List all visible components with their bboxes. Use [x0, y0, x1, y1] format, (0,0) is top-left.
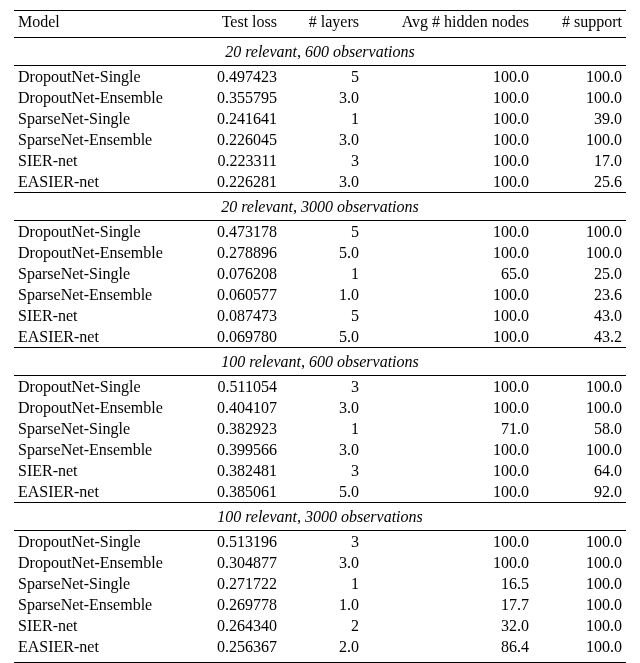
cell-layers: 2: [281, 615, 363, 636]
cell-loss: 0.404107: [191, 397, 281, 418]
cell-model: SparseNet-Ensemble: [14, 594, 191, 615]
table-row: DropoutNet-Single0.4974235100.0100.0: [14, 66, 626, 88]
cell-nodes: 100.0: [363, 481, 533, 503]
table-row: SparseNet-Single0.076208165.025.0: [14, 263, 626, 284]
cell-loss: 0.241641: [191, 108, 281, 129]
section-header: 20 relevant, 600 observations: [14, 38, 626, 66]
cell-loss: 0.226281: [191, 171, 281, 193]
cell-support: 25.6: [533, 171, 626, 193]
cell-model: DropoutNet-Ensemble: [14, 397, 191, 418]
cell-support: 100.0: [533, 397, 626, 418]
table-row: SparseNet-Ensemble0.0605771.0100.023.6: [14, 284, 626, 305]
cell-loss: 0.226045: [191, 129, 281, 150]
cell-loss: 0.399566: [191, 439, 281, 460]
cell-layers: 1.0: [281, 284, 363, 305]
cell-loss: 0.264340: [191, 615, 281, 636]
cell-model: EASIER-net: [14, 636, 191, 662]
cell-support: 100.0: [533, 129, 626, 150]
cell-model: DropoutNet-Single: [14, 221, 191, 243]
cell-loss: 0.473178: [191, 221, 281, 243]
cell-nodes: 100.0: [363, 552, 533, 573]
col-header-layers: # layers: [281, 11, 363, 38]
cell-layers: 1: [281, 418, 363, 439]
cell-model: SparseNet-Single: [14, 108, 191, 129]
section-title: 100 relevant, 3000 observations: [14, 503, 626, 531]
cell-model: SparseNet-Single: [14, 418, 191, 439]
section-header: 20 relevant, 3000 observations: [14, 193, 626, 221]
cell-layers: 5.0: [281, 326, 363, 348]
cell-loss: 0.223311: [191, 150, 281, 171]
table-row: EASIER-net0.2563672.086.4100.0: [14, 636, 626, 662]
table-row: EASIER-net0.2262813.0100.025.6: [14, 171, 626, 193]
cell-nodes: 32.0: [363, 615, 533, 636]
section-header: 100 relevant, 600 observations: [14, 348, 626, 376]
cell-support: 92.0: [533, 481, 626, 503]
cell-layers: 5.0: [281, 242, 363, 263]
table-row: DropoutNet-Single0.5110543100.0100.0: [14, 376, 626, 398]
cell-layers: 3.0: [281, 439, 363, 460]
cell-loss: 0.076208: [191, 263, 281, 284]
cell-support: 64.0: [533, 460, 626, 481]
cell-support: 100.0: [533, 242, 626, 263]
cell-loss: 0.256367: [191, 636, 281, 662]
cell-layers: 1.0: [281, 594, 363, 615]
cell-layers: 1: [281, 573, 363, 594]
cell-layers: 5.0: [281, 481, 363, 503]
cell-support: 23.6: [533, 284, 626, 305]
cell-model: EASIER-net: [14, 481, 191, 503]
cell-model: SIER-net: [14, 615, 191, 636]
cell-support: 100.0: [533, 615, 626, 636]
table-row: EASIER-net0.0697805.0100.043.2: [14, 326, 626, 348]
cell-nodes: 100.0: [363, 460, 533, 481]
cell-layers: 2.0: [281, 636, 363, 662]
cell-nodes: 100.0: [363, 439, 533, 460]
cell-model: EASIER-net: [14, 326, 191, 348]
section-title: 20 relevant, 600 observations: [14, 38, 626, 66]
cell-support: 100.0: [533, 552, 626, 573]
cell-nodes: 100.0: [363, 171, 533, 193]
cell-nodes: 100.0: [363, 397, 533, 418]
cell-layers: 3.0: [281, 129, 363, 150]
cell-loss: 0.382481: [191, 460, 281, 481]
col-header-support: # support: [533, 11, 626, 38]
col-header-loss: Test loss: [191, 11, 281, 38]
cell-nodes: 100.0: [363, 108, 533, 129]
cell-nodes: 17.7: [363, 594, 533, 615]
cell-loss: 0.304877: [191, 552, 281, 573]
cell-model: SparseNet-Ensemble: [14, 284, 191, 305]
cell-model: SIER-net: [14, 150, 191, 171]
cell-support: 100.0: [533, 66, 626, 88]
cell-loss: 0.271722: [191, 573, 281, 594]
cell-support: 100.0: [533, 376, 626, 398]
cell-layers: 5: [281, 66, 363, 88]
table-header-row: Model Test loss # layers Avg # hidden no…: [14, 11, 626, 38]
cell-nodes: 100.0: [363, 66, 533, 88]
cell-loss: 0.069780: [191, 326, 281, 348]
cell-layers: 3.0: [281, 87, 363, 108]
cell-layers: 3: [281, 150, 363, 171]
cell-layers: 3.0: [281, 397, 363, 418]
cell-loss: 0.269778: [191, 594, 281, 615]
cell-model: DropoutNet-Single: [14, 376, 191, 398]
results-table: Model Test loss # layers Avg # hidden no…: [14, 10, 626, 663]
table-row: SIER-net0.264340232.0100.0: [14, 615, 626, 636]
cell-model: SparseNet-Ensemble: [14, 129, 191, 150]
table-row: DropoutNet-Ensemble0.3048773.0100.0100.0: [14, 552, 626, 573]
cell-nodes: 100.0: [363, 531, 533, 553]
cell-model: SparseNet-Ensemble: [14, 439, 191, 460]
cell-loss: 0.385061: [191, 481, 281, 503]
cell-nodes: 100.0: [363, 129, 533, 150]
cell-support: 58.0: [533, 418, 626, 439]
cell-layers: 1: [281, 108, 363, 129]
table-row: SparseNet-Ensemble0.2260453.0100.0100.0: [14, 129, 626, 150]
table-row: SIER-net0.0874735100.043.0: [14, 305, 626, 326]
cell-support: 43.2: [533, 326, 626, 348]
table-row: SIER-net0.2233113100.017.0: [14, 150, 626, 171]
cell-model: SparseNet-Single: [14, 263, 191, 284]
cell-model: DropoutNet-Ensemble: [14, 242, 191, 263]
cell-nodes: 100.0: [363, 150, 533, 171]
cell-loss: 0.382923: [191, 418, 281, 439]
cell-nodes: 86.4: [363, 636, 533, 662]
cell-nodes: 71.0: [363, 418, 533, 439]
cell-layers: 5: [281, 305, 363, 326]
